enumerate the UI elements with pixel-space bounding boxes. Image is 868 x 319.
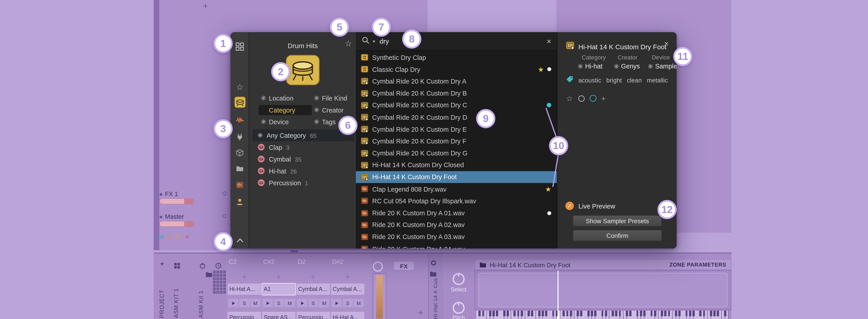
result-cymbal-ride-20-k-custom-dry-e[interactable]: Cymbal Ride 20 K Custom Dry E bbox=[356, 123, 557, 135]
piano-key-black[interactable] bbox=[563, 311, 565, 316]
pad-grid-cell[interactable] bbox=[216, 281, 219, 284]
piano-key-black[interactable] bbox=[685, 311, 687, 316]
volume-fader[interactable] bbox=[373, 274, 386, 319]
filter-category[interactable]: Category bbox=[259, 105, 312, 115]
piano-key-black[interactable] bbox=[689, 311, 691, 316]
add-device-button[interactable]: + bbox=[418, 308, 423, 317]
piano-key-black[interactable] bbox=[661, 311, 663, 316]
search-options-caret-icon[interactable]: ▾ bbox=[373, 39, 375, 44]
record-arm-icon[interactable] bbox=[431, 260, 436, 266]
piano-key-black[interactable] bbox=[713, 311, 715, 316]
files-folder-icon[interactable] bbox=[230, 163, 249, 174]
delete-x-icon[interactable]: × bbox=[185, 233, 189, 240]
category-any-category[interactable]: Any Category65 bbox=[253, 129, 354, 141]
pad-grid-cell[interactable] bbox=[220, 278, 223, 280]
pad-mute-button[interactable]: M bbox=[319, 299, 330, 308]
piano-key-black[interactable] bbox=[637, 311, 639, 316]
piano-key-black[interactable] bbox=[605, 311, 607, 316]
pad-grid-cell[interactable] bbox=[213, 274, 216, 277]
piano-key-black[interactable] bbox=[619, 311, 621, 316]
sample-library-icon[interactable] bbox=[230, 179, 249, 190]
pad-add-button[interactable]: + bbox=[262, 269, 296, 284]
result-classic-clap-dry[interactable]: Classic Clap Dry★ bbox=[356, 63, 557, 75]
pad-solo-button[interactable]: S bbox=[342, 299, 353, 308]
piano-key-black[interactable] bbox=[570, 311, 572, 316]
pad-grid-cell[interactable] bbox=[223, 278, 226, 280]
kit-track-vertical-label[interactable]: ASM KIT 1 bbox=[173, 269, 179, 318]
collections-grid-icon[interactable] bbox=[230, 41, 249, 52]
pad-grid-cell[interactable] bbox=[216, 288, 219, 290]
pad-grid-cell[interactable] bbox=[213, 270, 216, 274]
list-icon[interactable]: ≡ bbox=[168, 233, 172, 240]
result-cymbal-ride-20-k-custom-dry-c[interactable]: Cymbal Ride 20 K Custom Dry C bbox=[356, 99, 557, 111]
pad-mute-button[interactable]: M bbox=[250, 299, 260, 308]
piano-key-black[interactable] bbox=[538, 311, 540, 316]
inspector-field-value[interactable]: Sampler bbox=[648, 63, 677, 70]
piano-key-black[interactable] bbox=[594, 311, 596, 316]
piano-key-black[interactable] bbox=[496, 311, 498, 316]
piano-key-black[interactable] bbox=[654, 311, 656, 316]
result-ride-20-k-custom-dry-a-02-wav[interactable]: Ride 20 K Custom Dry A 02.wav bbox=[356, 219, 557, 231]
filter-creator[interactable]: Creator bbox=[312, 105, 359, 115]
show-sampler-presets-button[interactable]: Show Sampler Presets bbox=[573, 215, 662, 227]
fx-send-chip[interactable]: FX bbox=[393, 261, 414, 270]
piano-key-black[interactable] bbox=[710, 311, 712, 316]
live-preview-check-icon[interactable]: ✓ bbox=[565, 202, 574, 210]
pad-cell[interactable]: Percussio... bbox=[297, 312, 330, 319]
search-input[interactable]: dry bbox=[379, 37, 389, 45]
tag-clean[interactable]: clean bbox=[627, 77, 642, 84]
piano-key-black[interactable] bbox=[717, 311, 719, 316]
result-hi-hat-14-k-custom-dry-closed[interactable]: Hi-Hat 14 K Custom Dry Closed bbox=[356, 159, 557, 171]
devices-plug-icon[interactable] bbox=[230, 131, 249, 142]
piano-key-black[interactable] bbox=[545, 311, 547, 316]
result-ride-20-k-custom-dry-a-01-wav[interactable]: Ride 20 K Custom Dry A 01.wav bbox=[356, 207, 557, 219]
pad-grid-cell[interactable] bbox=[216, 291, 219, 294]
drum-hits-collection-icon[interactable] bbox=[230, 97, 249, 108]
sampler-folder-icon[interactable] bbox=[479, 260, 487, 270]
piano-key-black[interactable] bbox=[668, 311, 670, 316]
pad-grid-cell[interactable] bbox=[220, 291, 223, 294]
result-ride-20-k-custom-dry-a-03-wav[interactable]: Ride 20 K Custom Dry A 03.wav bbox=[356, 231, 557, 243]
pad-grid-cell[interactable] bbox=[213, 281, 216, 284]
pad-cell[interactable]: Hi-Hat A... bbox=[331, 312, 364, 319]
piano-key-black[interactable] bbox=[552, 311, 554, 316]
piano-key-black[interactable] bbox=[482, 311, 484, 316]
fx-track-mute-ring[interactable] bbox=[222, 192, 226, 196]
piano-key-black[interactable] bbox=[506, 311, 508, 316]
pad-cell[interactable]: Hi-Hat A... bbox=[228, 284, 261, 295]
pad-solo-button[interactable]: S bbox=[239, 299, 249, 308]
piano-key-black[interactable] bbox=[528, 311, 530, 316]
collapse-chevron-icon[interactable] bbox=[230, 234, 249, 246]
piano-key-black[interactable] bbox=[692, 311, 694, 316]
redo-icon[interactable]: ↻ bbox=[176, 233, 181, 240]
piano-key-black[interactable] bbox=[577, 311, 579, 316]
pad-add-button[interactable]: + bbox=[331, 269, 364, 284]
piano-key-black[interactable] bbox=[640, 311, 642, 316]
pan-knob[interactable] bbox=[373, 262, 383, 272]
master-track-label[interactable]: Master bbox=[165, 213, 184, 220]
result-cymbal-ride-20-k-custom-dry-b[interactable]: Cymbal Ride 20 K Custom Dry B bbox=[356, 87, 557, 99]
device-folder-icon[interactable] bbox=[430, 269, 437, 279]
piano-key-black[interactable] bbox=[629, 311, 631, 316]
live-preview-row[interactable]: ✓ Live Preview bbox=[565, 202, 615, 210]
filter-file-kind[interactable]: File Kind bbox=[312, 93, 359, 103]
project-tab-vertical-label[interactable]: PROJECT bbox=[159, 269, 165, 318]
piano-key-black[interactable] bbox=[517, 311, 519, 316]
pad-grid-cell[interactable] bbox=[213, 284, 216, 287]
pad-mute-button[interactable]: M bbox=[353, 299, 364, 308]
piano-key-black[interactable] bbox=[542, 311, 544, 316]
pad-grid-cell[interactable] bbox=[216, 284, 219, 287]
tag-bright[interactable]: bright bbox=[606, 77, 622, 84]
piano-key-black[interactable] bbox=[493, 311, 495, 316]
pad-cell[interactable]: Snare AS... bbox=[262, 312, 296, 319]
piano-key-black[interactable] bbox=[700, 311, 702, 316]
pad-grid-cell[interactable] bbox=[223, 270, 226, 274]
piano-key-black[interactable] bbox=[566, 311, 568, 316]
pad-grid-cell[interactable] bbox=[220, 281, 223, 284]
pad-grid-cell[interactable] bbox=[220, 270, 223, 274]
pad-grid-cell[interactable] bbox=[216, 274, 219, 277]
tag-metallic[interactable]: metallic bbox=[647, 77, 668, 84]
pad-play-button[interactable] bbox=[332, 299, 342, 308]
select-knob[interactable] bbox=[452, 272, 465, 286]
panel-splitter-grip[interactable] bbox=[290, 250, 298, 253]
